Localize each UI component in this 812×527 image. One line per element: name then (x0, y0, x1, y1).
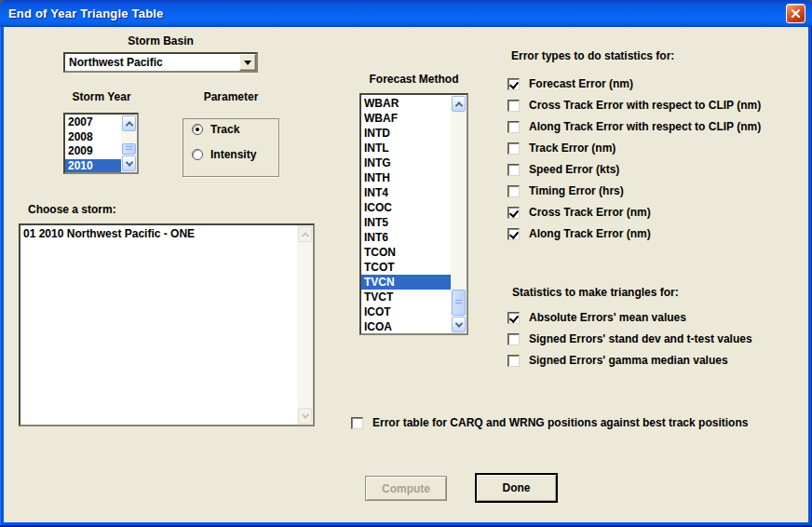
forecast-method-scrollbar[interactable] (451, 95, 467, 333)
storm-basin-dropdown-button[interactable] (239, 54, 256, 71)
list-item[interactable]: WBAF (361, 111, 451, 126)
carq-checkbox-label: Error table for CARQ and WRNG positions … (372, 417, 748, 429)
checkbox[interactable] (508, 333, 520, 345)
error-types-checkbox-group: Forecast Error (nm)Cross Track Error wit… (508, 78, 761, 250)
scroll-up-button[interactable] (452, 96, 466, 112)
list-item[interactable]: INTG (361, 155, 451, 170)
checkbox[interactable] (508, 121, 520, 133)
checkbox-label: Along Track Error with respect to CLIP (… (529, 121, 761, 133)
list-item[interactable]: 2008 (65, 130, 121, 145)
list-item[interactable]: ICOC (361, 200, 451, 215)
checkbox-label: Speed Error (kts) (529, 164, 619, 176)
scrollbar-track[interactable] (121, 132, 137, 155)
radio-intensity-label: Intensity (210, 148, 256, 161)
done-button[interactable]: Done (475, 473, 558, 503)
triangle-stats-header: Statistics to make triangles for: (512, 286, 679, 299)
checkbox-row[interactable]: Error table for CARQ and WRNG positions … (351, 417, 748, 429)
list-item[interactable]: TCON (361, 245, 451, 260)
checkbox-label: Forecast Error (nm) (529, 78, 633, 90)
carq-checkbox[interactable] (351, 417, 363, 429)
list-item[interactable]: ICOT (361, 304, 451, 319)
forecast-method-listbox[interactable]: WBARWBAFINTDINTLINTGINTHINT4ICOCINT5INT6… (359, 93, 468, 335)
radio-button-track[interactable] (192, 124, 203, 135)
scroll-down-button[interactable] (452, 317, 466, 332)
chevron-down-icon (125, 158, 132, 166)
checkbox-row[interactable]: Speed Error (kts) (508, 164, 761, 176)
checkbox-label: Signed Errors' gamma median values (529, 355, 728, 367)
radio-track-label: Track (210, 123, 239, 136)
checkbox[interactable] (508, 312, 520, 324)
checkbox-row[interactable]: Track Error (nm) (508, 142, 761, 155)
checkbox-label: Cross Track Error with respect to CLIP (… (529, 100, 761, 112)
list-item[interactable]: ICOA (361, 319, 451, 333)
storm-year-scrollbar[interactable] (121, 115, 137, 172)
checkbox[interactable] (508, 355, 520, 367)
checkbox-row[interactable]: Signed Errors' stand dev and t-test valu… (508, 333, 752, 345)
scrollbar-track[interactable] (297, 243, 313, 407)
radio-intensity[interactable]: Intensity (192, 148, 256, 161)
storm-basin-value: Northwest Pacific (69, 56, 163, 69)
list-item[interactable]: TVCN (361, 275, 451, 290)
list-item[interactable]: 01 2010 Northwest Pacific - ONE (20, 226, 297, 241)
checkbox[interactable] (508, 164, 520, 176)
scroll-down-button[interactable] (122, 155, 136, 171)
checkbox-row[interactable]: Absolute Errors' mean values (508, 312, 752, 324)
carq-option: Error table for CARQ and WRNG positions … (351, 417, 748, 439)
scroll-up-button[interactable] (298, 226, 312, 242)
list-item[interactable]: 2009 (65, 144, 121, 159)
list-item[interactable]: 2010 (65, 159, 121, 173)
compute-button[interactable]: Compute (365, 476, 447, 501)
scrollbar-thumb[interactable] (122, 143, 136, 155)
list-item[interactable]: TVCT (361, 290, 451, 304)
forecast-method-label: Forecast Method (359, 73, 468, 86)
checkbox-row[interactable]: Cross Track Error (nm) (508, 207, 761, 219)
title-bar[interactable]: End of Year Triangle Table (0, 0, 812, 27)
checkbox[interactable] (508, 185, 520, 197)
choose-storm-label: Choose a storm: (28, 203, 116, 216)
scrollbar-track[interactable] (451, 113, 467, 316)
list-item[interactable]: 2007 (65, 115, 121, 130)
checkbox-label: Absolute Errors' mean values (529, 312, 686, 324)
checkbox-row[interactable]: Cross Track Error with respect to CLIP (… (508, 100, 761, 112)
checkbox[interactable] (508, 207, 520, 219)
dialog-window: End of Year Triangle Table Storm Basin N… (0, 0, 812, 527)
checkbox[interactable] (508, 78, 520, 90)
chevron-up-icon (301, 232, 308, 239)
storm-basin-combobox[interactable]: Northwest Pacific (63, 52, 258, 73)
scrollbar-thumb[interactable] (452, 290, 466, 316)
storm-listbox[interactable]: 01 2010 Northwest Pacific - ONE (19, 223, 315, 426)
checkbox-label: Signed Errors' stand dev and t-test valu… (529, 333, 752, 345)
close-button[interactable] (786, 4, 805, 23)
chevron-down-icon (301, 411, 308, 418)
checkbox-row[interactable]: Forecast Error (nm) (508, 78, 761, 90)
checkbox-row[interactable]: Signed Errors' gamma median values (508, 355, 752, 367)
chevron-up-icon (454, 101, 462, 109)
checkbox[interactable] (508, 228, 520, 240)
scroll-up-button[interactable] (122, 115, 136, 131)
list-item[interactable]: INT6 (361, 230, 451, 245)
storm-year-listbox[interactable]: 2007200820092010 (63, 113, 139, 174)
list-item[interactable]: INT4 (361, 185, 451, 200)
checkbox-row[interactable]: Along Track Error (nm) (508, 228, 761, 240)
checkbox[interactable] (508, 142, 520, 155)
list-item[interactable]: INT5 (361, 215, 451, 230)
list-item[interactable]: INTD (361, 126, 451, 141)
close-icon (791, 8, 801, 19)
radio-track[interactable]: Track (192, 123, 239, 136)
checkbox-row[interactable]: Along Track Error with respect to CLIP (… (508, 121, 761, 133)
scroll-down-button[interactable] (298, 408, 312, 424)
checkbox-row[interactable]: Timing Error (hrs) (508, 185, 761, 197)
radio-button-intensity[interactable] (192, 149, 203, 160)
list-item[interactable]: INTL (361, 141, 451, 155)
storm-year-label: Storm Year (60, 90, 143, 103)
list-item[interactable]: TCOT (361, 260, 451, 275)
storm-list-scrollbar[interactable] (297, 225, 313, 425)
chevron-down-icon (244, 61, 251, 65)
list-item[interactable]: INTH (361, 170, 451, 185)
checkbox-label: Along Track Error (nm) (529, 228, 651, 240)
checkbox-label: Track Error (nm) (529, 142, 616, 155)
list-item[interactable]: WBAR (361, 96, 451, 111)
checkbox-label: Timing Error (hrs) (529, 185, 624, 197)
chevron-up-icon (125, 121, 132, 128)
checkbox[interactable] (508, 100, 520, 112)
